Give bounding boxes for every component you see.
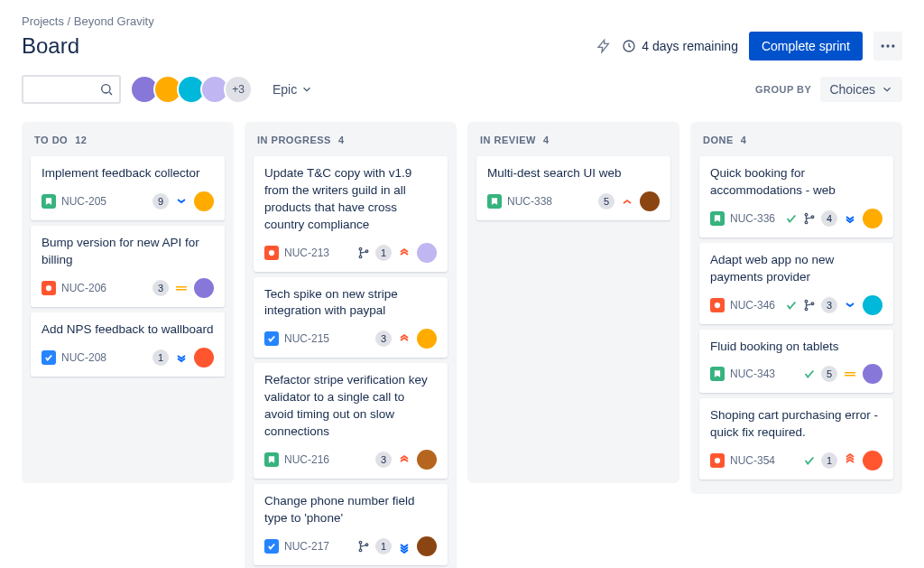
story-points-badge: 3 — [152, 280, 169, 296]
avatar-stack[interactable]: +3 — [130, 75, 253, 104]
issue-key: NUC-217 — [284, 540, 329, 553]
page-title: Board — [22, 33, 79, 59]
issue-key: NUC-346 — [730, 299, 775, 312]
issue-type-icon — [264, 331, 279, 346]
svg-rect-6 — [176, 286, 187, 288]
column-done: DONE 4 Quick booking for accommodations … — [690, 122, 902, 494]
group-by-select[interactable]: Choices — [820, 77, 902, 102]
story-points-badge: 1 — [375, 538, 392, 554]
column-count: 4 — [543, 135, 550, 145]
issue-card[interactable]: Update T&C copy with v1.9 from the write… — [254, 156, 448, 272]
story-points-badge: 5 — [598, 193, 614, 210]
svg-point-9 — [359, 247, 362, 250]
story-points-badge: 4 — [821, 210, 837, 227]
issue-card[interactable]: Multi-dest search UI web NUC-3385 — [476, 156, 670, 220]
column-title: IN REVIEW — [480, 135, 536, 145]
group-by-label: GROUP BY — [755, 84, 811, 95]
svg-rect-7 — [176, 289, 187, 291]
story-points-badge: 3 — [375, 331, 392, 347]
issue-type-icon — [42, 194, 56, 209]
assignee-avatar[interactable] — [417, 329, 437, 349]
card-title: Multi-dest search UI web — [487, 165, 660, 182]
assignee-avatar[interactable] — [417, 450, 437, 470]
breadcrumb-project[interactable]: Beyond Gravity — [74, 14, 154, 28]
priority-icon — [397, 331, 411, 346]
chevron-down-icon — [881, 83, 893, 96]
automation-icon[interactable] — [596, 39, 611, 53]
issue-card[interactable]: Refactor stripe verification key validat… — [254, 363, 448, 479]
issue-key: NUC-208 — [61, 351, 106, 364]
column-header: TO DO 12 — [31, 131, 225, 156]
issue-card[interactable]: Change phone number field type to 'phone… — [254, 484, 448, 565]
issue-type-icon — [487, 194, 502, 209]
card-title: Implement feedback collector — [42, 165, 214, 182]
assignee-avatar[interactable] — [863, 209, 882, 228]
card-title: Add NPS feedback to wallboard — [42, 321, 214, 339]
issue-key: NUC-343 — [730, 368, 775, 380]
priority-icon — [397, 539, 411, 554]
avatar-more[interactable]: +3 — [224, 75, 253, 104]
issue-type-icon — [710, 298, 725, 312]
priority-icon — [397, 452, 411, 467]
card-title: Shoping cart purchasing error - quick fi… — [710, 407, 882, 442]
issue-type-icon — [264, 452, 279, 467]
assignee-avatar[interactable] — [417, 243, 437, 263]
column-header: IN PROGRESS 4 — [254, 131, 448, 156]
issue-key: NUC-205 — [61, 195, 106, 208]
days-remaining: 4 days remaining — [622, 39, 738, 53]
column-inreview: IN REVIEW 4 Multi-dest search UI web NUC… — [467, 122, 679, 483]
issue-card[interactable]: Tech spike on new stripe integration wit… — [254, 277, 448, 358]
branch-icon — [357, 247, 370, 259]
column-count: 4 — [741, 135, 747, 145]
chevron-down-icon — [300, 83, 313, 96]
issue-key: NUC-354 — [730, 454, 775, 467]
issue-card[interactable]: Fluid booking on tablets NUC-3435 — [699, 330, 893, 394]
assignee-avatar[interactable] — [194, 191, 214, 211]
column-count: 12 — [75, 135, 87, 145]
issue-key: NUC-215 — [284, 332, 329, 345]
card-title: Refactor stripe verification key validat… — [264, 372, 437, 441]
column-inprogress: IN PROGRESS 4 Update T&C copy with v1.9 … — [245, 122, 457, 568]
assignee-avatar[interactable] — [863, 451, 882, 470]
svg-point-12 — [359, 541, 362, 544]
issue-card[interactable]: Add NPS feedback to wallboard NUC-2081 — [31, 312, 225, 377]
card-title: Change phone number field type to 'phone… — [264, 493, 437, 527]
assignee-avatar[interactable] — [640, 191, 660, 211]
complete-sprint-button[interactable]: Complete sprint — [749, 32, 863, 61]
issue-key: NUC-338 — [507, 195, 552, 208]
issue-type-icon — [42, 350, 56, 365]
column-title: TO DO — [34, 135, 68, 145]
issue-card[interactable]: Bump version for new API for billing NUC… — [31, 226, 225, 307]
card-title: Quick booking for accommodations - web — [710, 165, 882, 200]
priority-icon — [174, 281, 189, 295]
card-title: Update T&C copy with v1.9 from the write… — [264, 165, 437, 234]
priority-icon — [174, 194, 189, 209]
done-check-icon — [785, 299, 798, 312]
svg-rect-23 — [845, 375, 855, 377]
issue-card[interactable]: Quick booking for accommodations - web N… — [699, 156, 893, 237]
assignee-avatar[interactable] — [194, 278, 214, 298]
breadcrumb-root[interactable]: Projects — [22, 14, 64, 28]
assignee-avatar[interactable] — [863, 295, 882, 315]
issue-type-icon — [710, 453, 725, 468]
issue-type-icon — [264, 246, 279, 260]
assignee-avatar[interactable] — [863, 364, 882, 384]
svg-point-24 — [715, 458, 720, 463]
issue-card[interactable]: Shoping cart purchasing error - quick fi… — [699, 398, 893, 480]
priority-icon — [843, 298, 857, 312]
assignee-avatar[interactable] — [194, 348, 214, 368]
assignee-avatar[interactable] — [417, 536, 437, 556]
svg-point-15 — [805, 213, 808, 216]
more-actions-button[interactable] — [873, 32, 902, 61]
priority-icon — [174, 350, 189, 365]
issue-card[interactable]: Adapt web app no new payments provider N… — [699, 243, 893, 324]
card-title: Fluid booking on tablets — [710, 339, 882, 356]
issue-type-icon — [264, 539, 279, 554]
breadcrumb[interactable]: Projects / Beyond Gravity — [22, 14, 902, 28]
issue-card[interactable]: Implement feedback collector NUC-2059 — [31, 156, 225, 220]
svg-rect-22 — [845, 372, 855, 374]
svg-point-5 — [46, 285, 51, 291]
done-check-icon — [785, 212, 798, 225]
column-header: DONE 4 — [699, 131, 893, 156]
epic-filter[interactable]: Epic — [273, 82, 313, 97]
